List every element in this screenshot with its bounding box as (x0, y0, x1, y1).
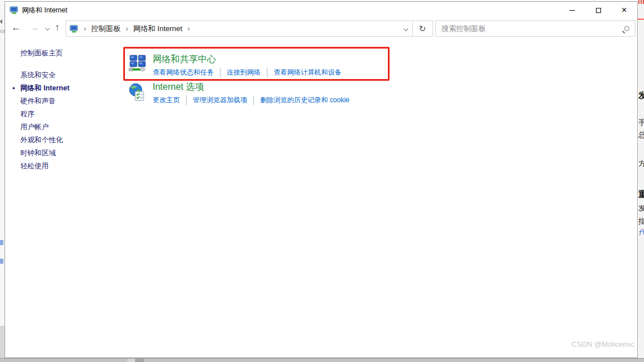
background-bottom-strip (0, 358, 644, 362)
right-red-text-fragment (638, 0, 644, 4)
window-title: 网络和 Internet (22, 6, 67, 15)
sidebar-item-appearance-personalization[interactable]: 外观和个性化 (20, 134, 121, 147)
right-fragment-text: 总 (638, 130, 644, 140)
sidebar-item-label: 网络和 Internet (20, 84, 70, 92)
close-icon: × (621, 6, 626, 15)
bottom-strip-segment (127, 359, 135, 362)
category-text-block: Internet 选项 更改主页 管理浏览器加载项 删除浏览的历史记录和 coo… (153, 81, 349, 105)
internet-options-icon[interactable] (128, 83, 148, 102)
breadcrumb-control-panel[interactable]: 控制面板 (91, 24, 120, 34)
minimize-icon (569, 10, 575, 11)
selected-bullet-icon: • (12, 82, 15, 95)
right-fragment-text: 发 (638, 90, 644, 101)
category-text-block: 网络和共享中心 查看网络状态和任务 连接到网络 查看网络计算机和设备 (153, 54, 342, 77)
task-change-homepage[interactable]: 更改主页 (153, 95, 180, 105)
left-sliver-shadow (0, 326, 5, 358)
right-fragment-text: 指 (638, 216, 644, 226)
control-panel-icon (70, 24, 79, 33)
internet-options-title[interactable]: Internet 选项 (153, 81, 349, 93)
left-blue-mark (0, 240, 3, 245)
right-red-rule-fragment (638, 19, 644, 20)
sidebar-item-user-accounts[interactable]: 用户帐户 (20, 121, 121, 134)
right-fragment-text: 方 (638, 159, 644, 169)
close-button[interactable]: × (611, 2, 637, 19)
navigation-bar: ← → ↑ › 控制面板 › 网络和 Internet › ↻ (5, 19, 637, 40)
left-blue-mark (0, 259, 3, 264)
bottom-strip-segment (135, 359, 144, 362)
minimize-button[interactable] (559, 2, 585, 19)
recent-pages-chevron-icon[interactable] (45, 26, 50, 30)
search-input[interactable] (442, 24, 624, 33)
screenshot-stage: ‹ ca 发 手 总 方 重 发 指 代 网络和 Internet (0, 0, 644, 362)
sidebar-item-network-internet[interactable]: •网络和 Internet (20, 82, 121, 95)
breadcrumb-separator-icon: › (120, 24, 133, 33)
control-panel-window: 网络和 Internet × ← → ↑ › 控制面板 › (5, 1, 638, 358)
content-area: 控制面板主页 系统和安全 •网络和 Internet 硬件和声音 程序 用户帐户… (5, 40, 637, 357)
category-internet-options: Internet 选项 更改主页 管理浏览器加载项 删除浏览的历史记录和 coo… (128, 81, 349, 105)
network-sharing-center-tasks: 查看网络状态和任务 连接到网络 查看网络计算机和设备 (153, 68, 342, 77)
left-fragment-text: ca (0, 28, 5, 34)
sidebar-item-control-panel-home[interactable]: 控制面板主页 (20, 49, 121, 58)
sidebar-item-hardware-sound[interactable]: 硬件和声音 (20, 95, 121, 108)
right-fragment-text: 手 (638, 117, 644, 128)
breadcrumb-separator-icon: › (182, 24, 195, 33)
watermark: CSDN @Molicensc (572, 340, 634, 348)
breadcrumb-separator-icon: › (79, 24, 91, 33)
breadcrumb-network-and-internet[interactable]: 网络和 Internet (133, 24, 183, 34)
task-view-network-computers[interactable]: 查看网络计算机和设备 (267, 68, 342, 77)
category-network-sharing-center: 网络和共享中心 查看网络状态和任务 连接到网络 查看网络计算机和设备 (128, 54, 342, 77)
internet-options-tasks: 更改主页 管理浏览器加载项 删除浏览的历史记录和 cookie (153, 95, 349, 105)
back-button[interactable]: ← (11, 22, 21, 33)
background-window-left-sliver: ‹ ca (0, 0, 5, 362)
right-fragment-text: 代 (638, 227, 644, 237)
window-controls: × (559, 2, 637, 19)
search-box[interactable] (435, 20, 636, 37)
search-icon (624, 26, 629, 31)
left-fragment-text: ‹ (0, 16, 5, 25)
network-sharing-center-icon[interactable] (128, 54, 148, 73)
task-delete-history-cookies[interactable]: 删除浏览的历史记录和 cookie (253, 95, 349, 105)
background-window-right-sliver: 发 手 总 方 重 发 指 代 (638, 0, 644, 358)
network-sharing-center-title[interactable]: 网络和共享中心 (153, 54, 342, 66)
address-dropdown-chevron-icon[interactable] (404, 26, 408, 30)
sidebar: 控制面板主页 系统和安全 •网络和 Internet 硬件和声音 程序 用户帐户… (5, 40, 121, 173)
task-connect-to-network[interactable]: 连接到网络 (220, 68, 261, 77)
sidebar-item-ease-of-access[interactable]: 轻松使用 (20, 160, 121, 173)
task-view-network-status[interactable]: 查看网络状态和任务 (153, 68, 214, 77)
control-panel-icon (10, 6, 19, 15)
forward-button[interactable]: → (30, 22, 40, 33)
address-bar[interactable]: › 控制面板 › 网络和 Internet › (66, 20, 413, 37)
task-manage-browser-addons[interactable]: 管理浏览器加载项 (186, 95, 247, 105)
sidebar-item-system-security[interactable]: 系统和安全 (20, 69, 121, 82)
maximize-icon (596, 8, 601, 13)
right-fragment-text: 重 (638, 189, 644, 200)
refresh-button[interactable]: ↻ (412, 20, 433, 37)
right-fragment-text: 发 (638, 203, 644, 213)
refresh-icon: ↻ (419, 24, 426, 34)
title-bar: 网络和 Internet × (5, 2, 637, 19)
sidebar-item-clock-region[interactable]: 时钟和区域 (20, 147, 121, 160)
sidebar-item-programs[interactable]: 程序 (20, 108, 121, 121)
maximize-button[interactable] (585, 2, 611, 19)
up-button[interactable]: ↑ (55, 22, 60, 33)
